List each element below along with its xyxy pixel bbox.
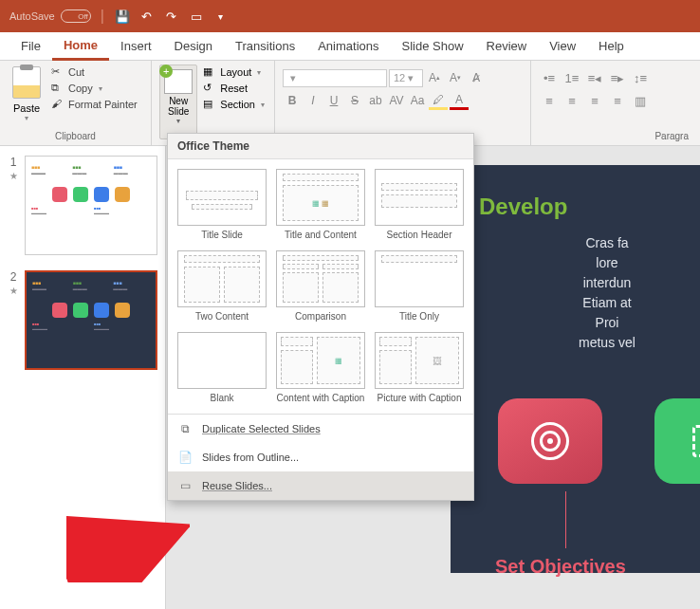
undo-icon[interactable]: ↶ (138, 8, 156, 25)
reuse-icon: ▭ (177, 478, 193, 493)
layout-icon: ▦ (203, 65, 216, 79)
shadow-button[interactable]: ab (366, 91, 385, 110)
tab-animations[interactable]: Animations (306, 32, 390, 61)
objective-pill-green (654, 398, 700, 484)
layout-comparison[interactable]: Comparison (272, 247, 369, 326)
document-icon (692, 425, 700, 457)
columns-button[interactable]: ▥ (630, 91, 651, 110)
slideshow-icon[interactable]: ▭ (188, 8, 205, 25)
tab-design[interactable]: Design (163, 32, 224, 61)
case-button[interactable]: Aa (408, 91, 427, 110)
underline-button[interactable]: U (324, 91, 343, 110)
clipboard-group: Paste ▾ ✂Cut ⧉Copy▾ 🖌Format Painter Clip… (0, 61, 152, 145)
save-icon[interactable]: 💾 (114, 8, 131, 25)
autosave-control[interactable]: AutoSave Off (9, 9, 91, 23)
layout-content-caption[interactable]: ▦ Content with Caption (272, 328, 369, 408)
autosave-toggle[interactable]: Off (61, 9, 91, 23)
italic-button[interactable]: I (304, 91, 322, 110)
scissors-icon: ✂ (51, 65, 64, 79)
paste-icon (12, 66, 41, 99)
numbering-button[interactable]: 1≡ (562, 68, 582, 87)
objective-pill-red (498, 398, 602, 484)
new-slide-dropdown: Office Theme Title Slide ▦▦ Title and Co… (167, 133, 474, 501)
brush-icon: 🖌 (51, 98, 64, 111)
layout-blank[interactable]: Blank (174, 328, 270, 408)
reset-icon: ↺ (203, 82, 216, 95)
more-icon[interactable]: ▾ (212, 8, 230, 25)
justify-button[interactable]: ≡ (607, 91, 628, 110)
strikethrough-button[interactable]: S (345, 91, 364, 110)
set-objectives-label: Set Objectives (495, 556, 626, 578)
line-spacing-button[interactable]: ↕≡ (630, 68, 651, 87)
tab-review[interactable]: Review (475, 32, 539, 61)
align-right-button[interactable]: ≡ (584, 91, 605, 110)
current-slide[interactable]: Develop Cras fa lore interdun Etiam at P… (451, 165, 700, 573)
format-painter-button[interactable]: 🖌Format Painter (49, 97, 139, 112)
section-button[interactable]: ▤Section▾ (201, 97, 267, 112)
font-color-button[interactable]: A (450, 91, 469, 110)
slide-body: Cras fa lore interdun Etiam at Proi metu… (479, 233, 700, 353)
spacing-button[interactable]: AV (387, 91, 406, 110)
tab-insert[interactable]: Insert (109, 32, 163, 61)
redo-icon[interactable]: ↷ (163, 8, 180, 25)
tab-view[interactable]: View (538, 32, 587, 61)
star-icon: ★ (9, 286, 18, 296)
duplicate-icon: ⧉ (177, 421, 193, 436)
layout-picture-caption[interactable]: 🖼 Picture with Caption (371, 328, 468, 408)
dropdown-header: Office Theme (168, 134, 473, 159)
increase-font-icon[interactable]: A▴ (425, 68, 444, 87)
bold-button[interactable]: B (283, 91, 302, 110)
reuse-slides-action[interactable]: ▭ Reuse Slides... (168, 471, 473, 500)
layout-title-slide[interactable]: Title Slide (174, 165, 270, 245)
star-icon: ★ (9, 171, 18, 181)
copy-icon: ⧉ (51, 82, 64, 95)
align-left-button[interactable]: ≡ (539, 91, 560, 110)
tab-file[interactable]: File (9, 32, 52, 61)
indent-left-button[interactable]: ≡◂ (584, 68, 605, 87)
new-slide-button[interactable]: New Slide ▾ (159, 65, 197, 139)
bullets-button[interactable]: •≡ (539, 68, 560, 87)
clipboard-group-label: Clipboard (8, 129, 143, 143)
target-icon (531, 422, 569, 460)
align-center-button[interactable]: ≡ (562, 91, 582, 110)
new-slide-icon (164, 69, 193, 94)
reset-button[interactable]: ↺Reset (201, 81, 267, 96)
paste-button[interactable]: Paste ▾ (8, 65, 46, 129)
layout-section-header[interactable]: Section Header (371, 165, 468, 245)
clear-formatting-icon[interactable]: A̷ (467, 68, 486, 87)
autosave-label: AutoSave (9, 10, 55, 22)
section-icon: ▤ (203, 98, 216, 111)
paragraph-group-label: Paragra (539, 129, 692, 143)
layout-title-content[interactable]: ▦▦ Title and Content (272, 165, 369, 245)
title-bar: AutoSave Off | 💾 ↶ ↷ ▭ ▾ (0, 0, 700, 32)
connector-line (565, 491, 566, 548)
thumbnail-2[interactable]: 2★ ■■■▬▬▬ ■■■▬▬▬ ■■■▬▬▬ ■■■▬▬▬▬ ■■■▬▬▬▬ (8, 270, 157, 370)
ribbon-tabs: File Home Insert Design Transitions Anim… (0, 32, 700, 61)
decrease-font-icon[interactable]: A▾ (446, 68, 465, 87)
duplicate-slides-action[interactable]: ⧉ Duplicate Selected Slides (168, 415, 473, 443)
slide-title: Develop (479, 194, 700, 220)
tab-home[interactable]: Home (52, 32, 109, 61)
layout-button[interactable]: ▦Layout▾ (201, 65, 267, 80)
tab-help[interactable]: Help (587, 32, 636, 61)
layout-title-only[interactable]: Title Only (371, 247, 468, 326)
highlight-button[interactable]: 🖊 (429, 91, 448, 110)
font-family-combo[interactable]: ▾ (283, 69, 387, 87)
annotation-arrow (66, 516, 190, 582)
layout-two-content[interactable]: Two Content (174, 247, 270, 326)
font-size-combo[interactable]: 12 ▾ (389, 69, 423, 87)
cut-button[interactable]: ✂Cut (49, 65, 139, 80)
paragraph-group: •≡ 1≡ ≡◂ ≡▸ ↕≡ ≡ ≡ ≡ ≡ ▥ Paragra (531, 61, 700, 145)
thumbnail-1[interactable]: 1★ ■■■▬▬▬ ■■■▬▬▬ ■■■▬▬▬ ■■■▬▬▬▬ ■■■▬▬▬▬ (8, 156, 157, 255)
outline-icon: 📄 (177, 450, 193, 465)
tab-slideshow[interactable]: Slide Show (390, 32, 474, 61)
indent-right-button[interactable]: ≡▸ (607, 68, 628, 87)
svg-line-0 (76, 533, 171, 573)
copy-button[interactable]: ⧉Copy▾ (49, 81, 139, 96)
tab-transitions[interactable]: Transitions (224, 32, 306, 61)
slides-from-outline-action[interactable]: 📄 Slides from Outline... (168, 443, 473, 471)
